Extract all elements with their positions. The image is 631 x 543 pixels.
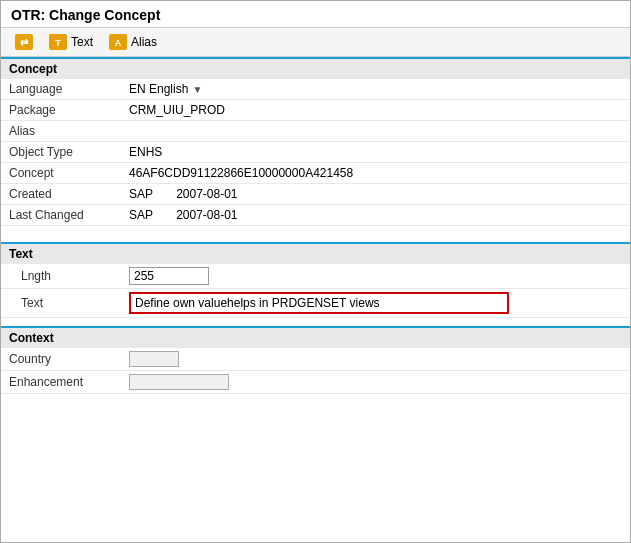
- text-button-label: Text: [71, 35, 93, 49]
- alias-label: Alias: [1, 121, 121, 142]
- language-row: Language EN English ▼: [1, 79, 630, 100]
- last-changed-row: Last Changed SAP 2007-08-01: [1, 205, 630, 226]
- concept-form-table: Language EN English ▼ Package CRM_UIU_PR…: [1, 79, 630, 226]
- arrows-button[interactable]: ⇄: [9, 32, 39, 52]
- text-section: Text Lngth Text: [1, 242, 630, 318]
- object-type-row: Object Type ENHS: [1, 142, 630, 163]
- toolbar: ⇄ T Text A Alias: [1, 27, 630, 57]
- last-changed-date: 2007-08-01: [176, 208, 237, 222]
- lngth-label: Lngth: [1, 264, 121, 289]
- package-row: Package CRM_UIU_PROD: [1, 100, 630, 121]
- text-row-value: [121, 289, 630, 318]
- created-value: SAP 2007-08-01: [121, 184, 630, 205]
- language-dropdown-arrow[interactable]: ▼: [192, 84, 202, 95]
- concept-value[interactable]: 46AF6CDD91122866E10000000A421458: [121, 163, 630, 184]
- text-row: Text: [1, 289, 630, 318]
- package-label: Package: [1, 100, 121, 121]
- text-input[interactable]: [129, 292, 509, 314]
- lngth-input[interactable]: [129, 267, 209, 285]
- created-row: Created SAP 2007-08-01: [1, 184, 630, 205]
- created-by: SAP: [129, 187, 153, 201]
- concept-label: Concept: [1, 163, 121, 184]
- svg-text:⇄: ⇄: [20, 37, 29, 48]
- language-label: Language: [1, 79, 121, 100]
- title-bar: OTR: Change Concept: [1, 1, 630, 27]
- enhancement-label: Enhancement: [1, 371, 121, 394]
- main-window: OTR: Change Concept ⇄ T Text A Alias Con…: [0, 0, 631, 543]
- concept-row: Concept 46AF6CDD91122866E10000000A421458: [1, 163, 630, 184]
- context-form-table: Country Enhancement: [1, 348, 630, 394]
- alias-icon: A: [109, 34, 127, 50]
- svg-text:A: A: [115, 38, 122, 48]
- divider-1: [1, 226, 630, 234]
- last-changed-label: Last Changed: [1, 205, 121, 226]
- alias-button[interactable]: A Alias: [103, 32, 163, 52]
- context-section: Context Country Enhancement: [1, 326, 630, 394]
- last-changed-value: SAP 2007-08-01: [121, 205, 630, 226]
- window-title: OTR: Change Concept: [11, 7, 160, 23]
- country-label: Country: [1, 348, 121, 371]
- text-form-table: Lngth Text: [1, 264, 630, 318]
- lngth-value: [121, 264, 630, 289]
- object-type-label: Object Type: [1, 142, 121, 163]
- divider-2: [1, 318, 630, 326]
- enhancement-row: Enhancement: [1, 371, 630, 394]
- svg-text:T: T: [55, 38, 61, 48]
- created-date: 2007-08-01: [176, 187, 237, 201]
- package-value: CRM_UIU_PROD: [121, 100, 630, 121]
- country-row: Country: [1, 348, 630, 371]
- concept-section: Concept Language EN English ▼ Package CR…: [1, 57, 630, 226]
- text-section-header: Text: [1, 242, 630, 264]
- lngth-row: Lngth: [1, 264, 630, 289]
- enhancement-field-box[interactable]: [129, 374, 229, 390]
- text-button[interactable]: T Text: [43, 32, 99, 52]
- language-field-value: EN English: [129, 82, 188, 96]
- concept-section-header: Concept: [1, 57, 630, 79]
- object-type-value: ENHS: [121, 142, 630, 163]
- language-value: EN English ▼: [121, 79, 630, 100]
- alias-button-label: Alias: [131, 35, 157, 49]
- created-label: Created: [1, 184, 121, 205]
- enhancement-field: [121, 371, 630, 394]
- country-field-box[interactable]: [129, 351, 179, 367]
- last-changed-by: SAP: [129, 208, 153, 222]
- arrows-icon: ⇄: [15, 34, 33, 50]
- country-field: [121, 348, 630, 371]
- text-icon: T: [49, 34, 67, 50]
- text-row-label: Text: [1, 289, 121, 318]
- alias-value: [121, 121, 630, 142]
- alias-row: Alias: [1, 121, 630, 142]
- context-section-header: Context: [1, 326, 630, 348]
